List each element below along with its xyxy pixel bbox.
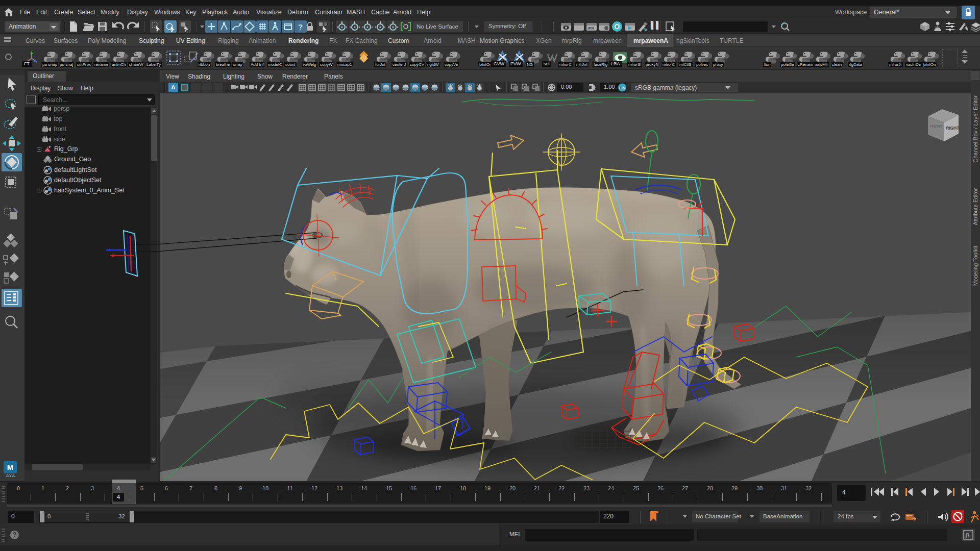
svg-text:IPR: IPR <box>587 26 595 31</box>
svg-text:RIGHT: RIGHT <box>946 126 960 131</box>
svg-text:FRONT: FRONT <box>930 124 943 128</box>
svg-text:?: ? <box>298 22 303 31</box>
svg-text:{}: {} <box>966 533 969 538</box>
